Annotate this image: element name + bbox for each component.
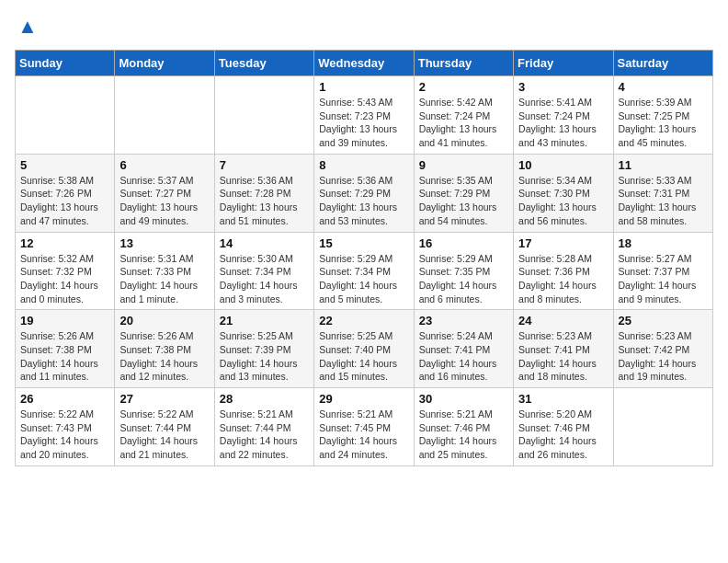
weekday-header-tuesday: Tuesday	[214, 51, 313, 76]
week-row-4: 19Sunrise: 5:26 AMSunset: 7:38 PMDayligh…	[16, 310, 713, 388]
day-info: Sunrise: 5:21 AMSunset: 7:45 PMDaylight:…	[319, 408, 408, 462]
day-info: Sunrise: 5:21 AMSunset: 7:46 PMDaylight:…	[419, 408, 508, 462]
day-number: 6	[119, 158, 209, 172]
calendar-cell: 28Sunrise: 5:21 AMSunset: 7:44 PMDayligh…	[214, 388, 313, 466]
day-info: Sunrise: 5:27 AMSunset: 7:37 PMDaylight:…	[619, 252, 708, 306]
calendar-cell: 21Sunrise: 5:25 AMSunset: 7:39 PMDayligh…	[214, 310, 313, 388]
calendar-cell: 23Sunrise: 5:24 AMSunset: 7:41 PMDayligh…	[414, 310, 513, 388]
calendar-table: SundayMondayTuesdayWednesdayThursdayFrid…	[15, 50, 713, 466]
day-number: 27	[119, 392, 209, 406]
calendar-cell: 18Sunrise: 5:27 AMSunset: 7:37 PMDayligh…	[613, 232, 712, 310]
weekday-header-wednesday: Wednesday	[314, 51, 414, 76]
calendar-cell: 25Sunrise: 5:23 AMSunset: 7:42 PMDayligh…	[613, 310, 712, 388]
calendar-cell: 13Sunrise: 5:31 AMSunset: 7:33 PMDayligh…	[115, 232, 214, 310]
day-info: Sunrise: 5:26 AMSunset: 7:38 PMDaylight:…	[119, 329, 209, 384]
week-row-1: 1Sunrise: 5:43 AMSunset: 7:23 PMDaylight…	[16, 76, 713, 155]
day-number: 20	[119, 314, 209, 327]
page-header: ▲	[15, 15, 713, 40]
day-info: Sunrise: 5:42 AMSunset: 7:24 PMDaylight:…	[419, 96, 508, 150]
day-number: 15	[319, 236, 408, 250]
day-number: 21	[220, 314, 309, 327]
day-number: 23	[419, 314, 508, 327]
day-info: Sunrise: 5:25 AMSunset: 7:39 PMDaylight:…	[220, 329, 309, 384]
day-info: Sunrise: 5:26 AMSunset: 7:38 PMDaylight:…	[20, 329, 109, 384]
calendar-cell: 24Sunrise: 5:23 AMSunset: 7:41 PMDayligh…	[514, 310, 613, 388]
day-info: Sunrise: 5:21 AMSunset: 7:44 PMDaylight:…	[220, 408, 309, 462]
weekday-header-thursday: Thursday	[414, 51, 513, 76]
calendar-cell: 12Sunrise: 5:32 AMSunset: 7:32 PMDayligh…	[16, 232, 115, 310]
calendar-cell: 1Sunrise: 5:43 AMSunset: 7:23 PMDaylight…	[314, 76, 414, 155]
day-number: 18	[619, 236, 708, 250]
day-number: 26	[20, 392, 109, 406]
weekday-header-sunday: Sunday	[16, 51, 115, 76]
calendar-cell: 26Sunrise: 5:22 AMSunset: 7:43 PMDayligh…	[16, 388, 115, 466]
day-info: Sunrise: 5:20 AMSunset: 7:46 PMDaylight:…	[518, 408, 608, 462]
day-info: Sunrise: 5:23 AMSunset: 7:41 PMDaylight:…	[518, 329, 608, 384]
calendar-cell: 4Sunrise: 5:39 AMSunset: 7:25 PMDaylight…	[613, 76, 712, 155]
calendar-cell	[115, 76, 214, 155]
week-row-5: 26Sunrise: 5:22 AMSunset: 7:43 PMDayligh…	[16, 388, 713, 466]
logo: ▲	[15, 15, 42, 40]
svg-text:▲: ▲	[17, 15, 38, 38]
logo-icon: ▲	[15, 15, 40, 40]
calendar-cell: 6Sunrise: 5:37 AMSunset: 7:27 PMDaylight…	[115, 154, 214, 232]
calendar-cell: 14Sunrise: 5:30 AMSunset: 7:34 PMDayligh…	[214, 232, 313, 310]
day-info: Sunrise: 5:30 AMSunset: 7:34 PMDaylight:…	[220, 252, 309, 306]
week-row-2: 5Sunrise: 5:38 AMSunset: 7:26 PMDaylight…	[16, 154, 713, 232]
day-number: 14	[220, 236, 309, 250]
day-number: 28	[220, 392, 309, 406]
day-number: 30	[419, 392, 508, 406]
weekday-header-row: SundayMondayTuesdayWednesdayThursdayFrid…	[16, 51, 713, 76]
day-number: 9	[419, 158, 508, 172]
calendar-cell: 16Sunrise: 5:29 AMSunset: 7:35 PMDayligh…	[414, 232, 513, 310]
calendar-cell: 19Sunrise: 5:26 AMSunset: 7:38 PMDayligh…	[16, 310, 115, 388]
day-info: Sunrise: 5:43 AMSunset: 7:23 PMDaylight:…	[319, 96, 408, 150]
calendar-cell: 20Sunrise: 5:26 AMSunset: 7:38 PMDayligh…	[115, 310, 214, 388]
day-number: 7	[220, 158, 309, 172]
day-number: 17	[518, 236, 608, 250]
calendar-cell: 22Sunrise: 5:25 AMSunset: 7:40 PMDayligh…	[314, 310, 414, 388]
weekday-header-monday: Monday	[115, 51, 214, 76]
day-info: Sunrise: 5:31 AMSunset: 7:33 PMDaylight:…	[119, 252, 209, 306]
day-info: Sunrise: 5:36 AMSunset: 7:28 PMDaylight:…	[220, 174, 309, 228]
day-number: 29	[319, 392, 408, 406]
day-number: 31	[518, 392, 608, 406]
calendar-cell: 7Sunrise: 5:36 AMSunset: 7:28 PMDaylight…	[214, 154, 313, 232]
day-info: Sunrise: 5:29 AMSunset: 7:35 PMDaylight:…	[419, 252, 508, 306]
calendar-cell: 3Sunrise: 5:41 AMSunset: 7:24 PMDaylight…	[514, 76, 613, 155]
day-number: 16	[419, 236, 508, 250]
day-info: Sunrise: 5:33 AMSunset: 7:31 PMDaylight:…	[619, 174, 708, 228]
calendar-cell: 5Sunrise: 5:38 AMSunset: 7:26 PMDaylight…	[16, 154, 115, 232]
day-info: Sunrise: 5:41 AMSunset: 7:24 PMDaylight:…	[518, 96, 608, 150]
day-number: 13	[119, 236, 209, 250]
week-row-3: 12Sunrise: 5:32 AMSunset: 7:32 PMDayligh…	[16, 232, 713, 310]
day-number: 11	[619, 158, 708, 172]
day-info: Sunrise: 5:35 AMSunset: 7:29 PMDaylight:…	[419, 174, 508, 228]
day-info: Sunrise: 5:23 AMSunset: 7:42 PMDaylight:…	[619, 329, 708, 384]
day-number: 2	[419, 80, 508, 94]
day-info: Sunrise: 5:38 AMSunset: 7:26 PMDaylight:…	[20, 174, 109, 228]
day-number: 19	[20, 314, 109, 327]
calendar-cell	[214, 76, 313, 155]
day-number: 1	[319, 80, 408, 94]
calendar-cell: 27Sunrise: 5:22 AMSunset: 7:44 PMDayligh…	[115, 388, 214, 466]
calendar-cell: 17Sunrise: 5:28 AMSunset: 7:36 PMDayligh…	[514, 232, 613, 310]
calendar-cell: 30Sunrise: 5:21 AMSunset: 7:46 PMDayligh…	[414, 388, 513, 466]
day-number: 22	[319, 314, 408, 327]
day-info: Sunrise: 5:25 AMSunset: 7:40 PMDaylight:…	[319, 329, 408, 384]
day-number: 25	[619, 314, 708, 327]
day-number: 12	[20, 236, 109, 250]
day-info: Sunrise: 5:39 AMSunset: 7:25 PMDaylight:…	[619, 96, 708, 150]
day-info: Sunrise: 5:29 AMSunset: 7:34 PMDaylight:…	[319, 252, 408, 306]
calendar-cell: 11Sunrise: 5:33 AMSunset: 7:31 PMDayligh…	[613, 154, 712, 232]
day-info: Sunrise: 5:32 AMSunset: 7:32 PMDaylight:…	[20, 252, 109, 306]
day-number: 4	[619, 80, 708, 94]
day-number: 24	[518, 314, 608, 327]
calendar-cell: 2Sunrise: 5:42 AMSunset: 7:24 PMDaylight…	[414, 76, 513, 155]
day-info: Sunrise: 5:22 AMSunset: 7:44 PMDaylight:…	[119, 408, 209, 462]
calendar-cell: 31Sunrise: 5:20 AMSunset: 7:46 PMDayligh…	[514, 388, 613, 466]
day-number: 8	[319, 158, 408, 172]
weekday-header-saturday: Saturday	[613, 51, 712, 76]
day-number: 10	[518, 158, 608, 172]
weekday-header-friday: Friday	[514, 51, 613, 76]
